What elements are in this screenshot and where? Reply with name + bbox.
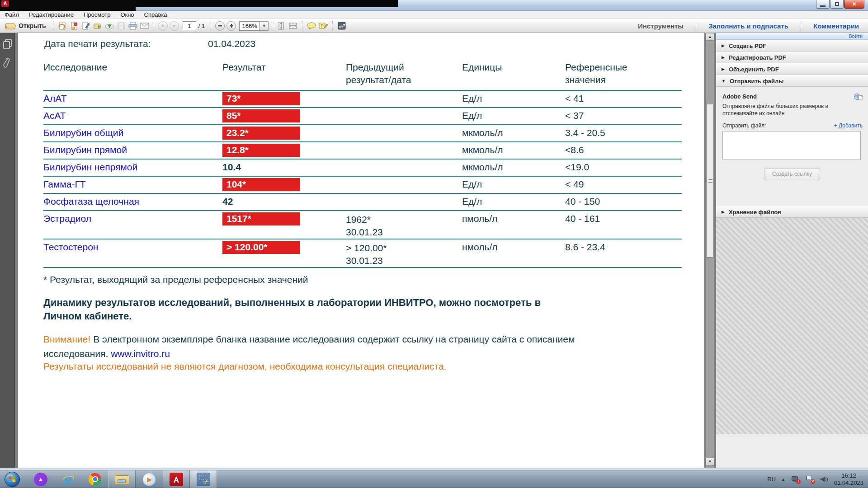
test-name-link[interactable]: АлАТ bbox=[43, 93, 222, 107]
next-page-button[interactable] bbox=[170, 21, 179, 31]
zoom-in-button[interactable] bbox=[226, 21, 236, 31]
language-indicator[interactable]: RU bbox=[767, 476, 776, 483]
taskbar-item-adobe-reader[interactable] bbox=[163, 470, 190, 488]
cloud-upload-icon[interactable] bbox=[104, 20, 115, 31]
page-thumbnails-icon[interactable] bbox=[3, 38, 13, 50]
test-name-link[interactable]: АсАТ bbox=[43, 110, 222, 124]
window-titlebar[interactable]: A ✕ bbox=[0, 0, 868, 11]
system-tray: RU ▲ ! ✕ 16:12 01.04.2023 bbox=[767, 470, 868, 488]
section-combine-pdf[interactable]: ▶ Объединить PDF bbox=[716, 63, 868, 75]
header-result: Результат bbox=[222, 61, 346, 86]
menu-edit[interactable]: Редактирование bbox=[29, 11, 74, 18]
share-folder-icon[interactable] bbox=[92, 20, 104, 31]
comment-bubble-icon[interactable] bbox=[306, 20, 317, 31]
clock-date: 01.04.2023 bbox=[834, 479, 863, 487]
menu-file[interactable]: Файл bbox=[5, 11, 19, 18]
section-create-pdf[interactable]: ▶ Создать PDF bbox=[716, 40, 868, 52]
print-icon[interactable] bbox=[127, 20, 139, 31]
units-cell: нмоль/л bbox=[462, 242, 565, 267]
navigation-rail bbox=[0, 33, 15, 468]
chevron-right-icon: ▶ bbox=[722, 43, 725, 48]
fit-width-icon[interactable] bbox=[287, 20, 299, 31]
header-reference: Референсные значения bbox=[565, 61, 637, 86]
fullscreen-icon[interactable] bbox=[336, 20, 348, 31]
save-icon[interactable] bbox=[115, 20, 127, 31]
reference-range-cell: 3.4 - 20.5 bbox=[565, 127, 682, 141]
menu-help[interactable]: Справка bbox=[144, 11, 167, 18]
panel-empty-area bbox=[716, 218, 868, 434]
adobe-reader-app-icon: A bbox=[1, 0, 9, 7]
previous-result-value: 1962* bbox=[346, 213, 462, 226]
text-annotation-icon[interactable]: T bbox=[317, 20, 329, 31]
file-list-box[interactable] bbox=[722, 131, 861, 160]
hidden-icons-arrow[interactable]: ▲ bbox=[781, 477, 785, 482]
tools-button[interactable]: Инструменты bbox=[629, 19, 693, 33]
volume-icon[interactable] bbox=[820, 475, 829, 483]
taskbar-item-internet-explorer[interactable]: e bbox=[54, 470, 81, 488]
open-button-label: Открыть bbox=[19, 22, 46, 29]
section-send-files[interactable]: ▼ Отправить файлы bbox=[716, 75, 868, 87]
action-center-flag-icon[interactable]: ✕ bbox=[805, 475, 814, 483]
export-pdf-icon[interactable] bbox=[57, 20, 68, 31]
taskbar-item-alice[interactable]: ▲ bbox=[27, 470, 54, 488]
taskbar-item-snipping-tool[interactable]: ✂ bbox=[190, 470, 217, 488]
previous-result-cell: 1962*30.01.23 bbox=[346, 213, 462, 239]
zoom-level-value[interactable]: 166% bbox=[239, 21, 260, 31]
taskbar-clock[interactable]: 16:12 01.04.2023 bbox=[834, 472, 863, 487]
result-value: 10.4 bbox=[222, 162, 241, 172]
test-name-link[interactable]: Билирубин непрямой bbox=[43, 162, 222, 176]
explorer-folder-icon bbox=[115, 474, 129, 485]
menu-view[interactable]: Просмотр bbox=[84, 11, 110, 18]
invitro-site-link[interactable]: www.invitro.ru bbox=[111, 348, 170, 359]
zoom-dropdown-arrow[interactable]: ▼ bbox=[260, 21, 269, 31]
create-pdf-icon[interactable] bbox=[68, 20, 80, 31]
scroll-up-arrow[interactable]: ▲ bbox=[706, 33, 714, 41]
taskbar-item-explorer[interactable] bbox=[108, 470, 136, 488]
start-button[interactable] bbox=[5, 472, 20, 487]
test-name-link[interactable]: Эстрадиол bbox=[43, 213, 222, 239]
scroll-down-arrow[interactable]: ▼ bbox=[706, 458, 714, 465]
previous-result-cell bbox=[346, 145, 462, 159]
reference-range-cell: <8.6 bbox=[565, 145, 682, 159]
scrollbar-thumb[interactable] bbox=[706, 104, 714, 258]
table-row: Тестостерон> 120.00*> 120.00*30.01.23нмо… bbox=[43, 239, 682, 268]
section-file-storage[interactable]: ▶ Хранение файлов bbox=[716, 206, 868, 218]
open-button[interactable]: Открыть bbox=[4, 21, 50, 30]
attachments-paperclip-icon[interactable] bbox=[3, 56, 13, 70]
restore-button[interactable] bbox=[830, 0, 844, 9]
main-area: Дата печати результата: 01.04.2023 Иссле… bbox=[0, 33, 868, 468]
fill-sign-button[interactable]: Заполнить и подписать bbox=[699, 19, 797, 33]
sign-in-link[interactable]: Войти bbox=[849, 33, 863, 39]
network-status-icon[interactable]: ! bbox=[791, 475, 800, 483]
reference-range-cell: 40 - 150 bbox=[565, 196, 682, 210]
test-name-link[interactable]: Гамма-ГТ bbox=[43, 179, 222, 193]
document-scrollbar[interactable]: ▲ ▼ bbox=[706, 33, 714, 468]
chevron-down-icon: ▼ bbox=[722, 79, 726, 83]
comments-button[interactable]: Комментарии bbox=[804, 19, 868, 33]
page-number-input[interactable] bbox=[183, 21, 196, 30]
test-name-link[interactable]: Тестостерон bbox=[43, 242, 222, 267]
minimize-button[interactable] bbox=[816, 0, 830, 9]
close-button[interactable]: ✕ bbox=[844, 0, 864, 9]
create-link-button[interactable]: Создать ссылку bbox=[764, 169, 820, 179]
menu-window[interactable]: Окно bbox=[120, 11, 134, 18]
attention-note: Внимание! В электронном экземпляре бланк… bbox=[43, 332, 581, 361]
toolbar: Открыть bbox=[0, 19, 868, 33]
scrolling-mode-icon[interactable] bbox=[275, 20, 287, 31]
taskbar-item-chrome[interactable] bbox=[81, 470, 108, 488]
print-date-label: Дата печати результата: bbox=[44, 38, 151, 49]
previous-page-button[interactable] bbox=[158, 21, 168, 31]
zoom-out-button[interactable] bbox=[215, 21, 225, 31]
test-name-link[interactable]: Билирубин общий bbox=[43, 127, 222, 141]
add-file-link[interactable]: + Добавить bbox=[834, 122, 863, 129]
previous-result-cell: > 120.00*30.01.23 bbox=[346, 242, 462, 267]
alice-icon: ▲ bbox=[34, 473, 47, 486]
section-edit-pdf[interactable]: ▶ Редактировать PDF bbox=[716, 52, 868, 63]
email-icon[interactable] bbox=[139, 20, 151, 31]
taskbar-item-media-player[interactable]: ▶ bbox=[136, 470, 163, 488]
clock-time: 16:12 bbox=[834, 472, 863, 479]
edit-pdf-icon[interactable] bbox=[80, 20, 92, 31]
reference-range-cell: 40 - 161 bbox=[565, 213, 682, 239]
test-name-link[interactable]: Билирубин прямой bbox=[43, 145, 222, 159]
test-name-link[interactable]: Фосфатаза щелочная bbox=[43, 196, 222, 210]
